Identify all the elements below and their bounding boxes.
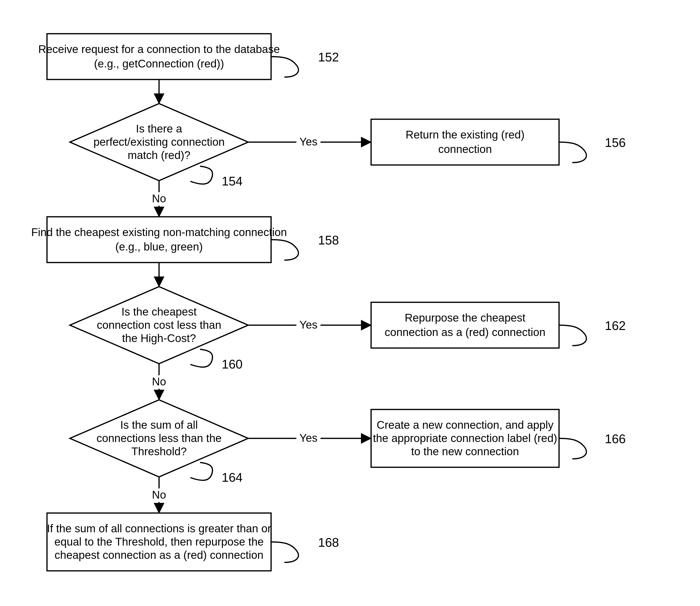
node-168-line1: If the sum of all connections is greater… <box>47 522 271 535</box>
svg-rect-2 <box>371 119 559 165</box>
node-152-line2: (e.g., getConnection (red)) <box>94 57 224 70</box>
ref-hook-154 <box>190 166 212 184</box>
flowchart: Receive request for a connection to the … <box>0 0 700 606</box>
ref-160: 160 <box>222 357 243 371</box>
node-162-line2: connection as a (red) connection <box>385 326 545 339</box>
node-154-line1: Is there a <box>136 122 182 135</box>
ref-166: 166 <box>605 432 626 446</box>
node-154-line2: perfect/existing connection <box>93 136 225 148</box>
edge-154-158-label: No <box>152 192 166 205</box>
ref-hook-152 <box>271 56 298 77</box>
ref-156: 156 <box>605 136 626 149</box>
node-156: Return the existing (red) connection <box>371 119 559 165</box>
edge-160-162-label: Yes <box>299 319 317 331</box>
ref-hook-164 <box>190 463 212 480</box>
ref-162: 162 <box>605 319 626 333</box>
node-164-line2: connections less than the <box>96 432 222 444</box>
edge-164-168-label: No <box>152 488 166 501</box>
svg-rect-3 <box>47 217 271 262</box>
node-162-line1: Repurpose the cheapest <box>405 311 525 324</box>
node-168-line3: cheapest connection as a (red) connectio… <box>55 549 264 561</box>
svg-rect-0 <box>47 34 271 79</box>
ref-hook-156 <box>559 142 586 163</box>
ref-152: 152 <box>318 50 339 64</box>
node-164-line3: Threshold? <box>131 445 187 458</box>
node-156-line2: connection <box>438 143 492 155</box>
svg-rect-5 <box>371 302 559 348</box>
ref-hook-166 <box>559 438 586 459</box>
node-154-line3: match (red)? <box>128 149 190 161</box>
node-160-line3: the High-Cost? <box>122 332 196 345</box>
edge-154-156-label: Yes <box>299 135 317 148</box>
node-166-line1: Create a new connection, and apply <box>377 419 554 431</box>
node-166: Create a new connection, and apply the a… <box>371 410 559 467</box>
node-162: Repurpose the cheapest connection as a (… <box>371 302 559 348</box>
edge-164-166-label: Yes <box>299 432 317 444</box>
node-164: Is the sum of all connections less than … <box>70 400 248 477</box>
node-152: Receive request for a connection to the … <box>38 34 280 79</box>
ref-158: 158 <box>318 233 339 247</box>
node-168-line2: equal to the Threshold, then repurpose t… <box>54 535 264 548</box>
node-160-line1: Is the cheapest <box>121 305 197 318</box>
node-152-line1: Receive request for a connection to the … <box>38 43 280 55</box>
node-154: Is there a perfect/existing connection m… <box>70 103 248 181</box>
ref-164: 164 <box>222 470 243 484</box>
node-168: If the sum of all connections is greater… <box>47 513 271 571</box>
node-156-line1: Return the existing (red) <box>406 129 524 141</box>
node-158-line1: Find the cheapest existing non-matching … <box>31 226 287 238</box>
ref-hook-168 <box>271 542 298 562</box>
node-160: Is the cheapest connection cost less tha… <box>70 287 248 364</box>
node-158: Find the cheapest existing non-matching … <box>31 217 287 262</box>
node-164-line1: Is the sum of all <box>120 419 198 431</box>
ref-hook-160 <box>190 349 212 367</box>
edge-160-164-label: No <box>152 375 166 388</box>
ref-154: 154 <box>222 174 243 188</box>
node-166-line2: the appropriate connection label (red) <box>373 432 557 444</box>
node-166-line3: to the new connection <box>411 445 519 458</box>
node-158-line2: (e.g., blue, green) <box>115 240 203 253</box>
ref-168: 168 <box>318 535 339 550</box>
ref-hook-162 <box>559 325 586 346</box>
ref-hook-158 <box>271 240 298 260</box>
node-160-line2: connection cost less than <box>97 319 222 331</box>
